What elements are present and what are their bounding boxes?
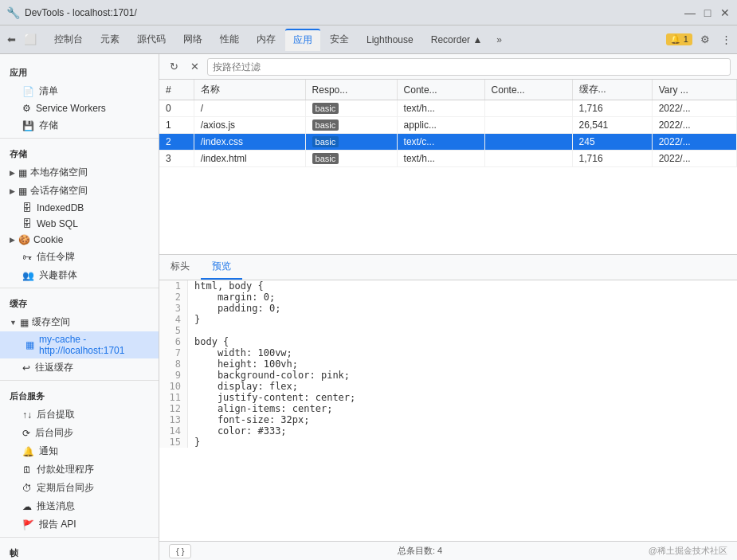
cookie-icon: 🍪	[18, 234, 30, 245]
arrow-icon: ▶	[10, 187, 15, 195]
settings-icon[interactable]: ⚙	[697, 32, 713, 48]
sidebar-group-local-storage[interactable]: ▶ ▦ 本地存储空间	[0, 163, 159, 182]
tab-memory[interactable]: 内存	[249, 29, 284, 51]
line-content: height: 100vh;	[188, 358, 304, 370]
notification-badge: 🔔 1	[666, 33, 692, 45]
back-icon[interactable]: ⬅	[3, 32, 19, 48]
table-row[interactable]: 3/index.htmlbasictext/h...1,7162022/...	[159, 151, 737, 167]
col-vary: Vary ...	[652, 80, 736, 100]
more-tabs-button[interactable]: »	[492, 31, 507, 49]
tab-headers[interactable]: 标头	[159, 255, 201, 280]
line-content: justify-content: center;	[188, 392, 362, 403]
table-row[interactable]: 1/axios.jsbasicapplic...26,5412022/...	[159, 117, 737, 134]
line-number: 8	[159, 358, 188, 370]
tab-performance[interactable]: 性能	[212, 29, 247, 51]
indexeddb-icon: 🗄	[22, 202, 32, 213]
sidebar-item-reporting-api[interactable]: 🚩 报告 API	[0, 515, 159, 534]
filter-input[interactable]	[207, 58, 731, 76]
back-forward-cache-icon: ↩	[22, 362, 30, 374]
line-number: 9	[159, 370, 188, 381]
maximize-button[interactable]: □	[702, 7, 713, 18]
sidebar-group-cache-storage[interactable]: ▼ ▦ 缓存空间	[0, 313, 159, 331]
sidebar-item-bg-sync[interactable]: ⟳ 后台同步	[0, 424, 159, 442]
interest-group-icon: 👥	[22, 270, 34, 281]
sidebar-item-trust-token[interactable]: 🗝 信任令牌	[0, 248, 159, 266]
code-line: 12 align-items: center;	[159, 403, 737, 414]
sidebar-item-websql[interactable]: 🗄 Web SQL	[0, 216, 159, 232]
sidebar-item-my-cache[interactable]: ▦ my-cache - http://localhost:1701	[0, 331, 159, 358]
service-workers-icon: ⚙	[22, 103, 31, 114]
tab-console[interactable]: 控制台	[46, 29, 91, 51]
sidebar-item-interest-group[interactable]: 👥 兴趣群体	[0, 266, 159, 284]
sidebar-item-back-forward-cache[interactable]: ↩ 往返缓存	[0, 358, 159, 377]
sidebar-group-cookie[interactable]: ▶ 🍪 Cookie	[0, 232, 159, 248]
sidebar-item-bg-fetch[interactable]: ↑↓ 后台提取	[0, 405, 159, 424]
reload-button[interactable]: ↻	[166, 59, 182, 75]
tab-recorder[interactable]: Recorder ▲	[423, 29, 491, 51]
code-line: 6body {	[159, 336, 737, 347]
line-number: 11	[159, 392, 188, 403]
tab-elements[interactable]: 元素	[92, 29, 127, 51]
sidebar-group-session-storage[interactable]: ▶ ▦ 会话存储空间	[0, 182, 159, 200]
new-tab-icon[interactable]: ⬜	[22, 32, 38, 48]
content-toolbar: ↻ ✕	[159, 54, 737, 80]
manifest-icon: 📄	[22, 86, 34, 97]
tab-preview[interactable]: 预览	[201, 255, 242, 280]
line-content	[188, 325, 201, 336]
code-line: 10 display: flex;	[159, 381, 737, 392]
code-line: 15}	[159, 437, 737, 448]
push-icon: ☁	[22, 501, 32, 512]
tab-security[interactable]: 安全	[322, 29, 357, 51]
sidebar-item-notifications[interactable]: 🔔 通知	[0, 442, 159, 460]
format-button[interactable]: { }	[169, 544, 191, 558]
cache-table: # 名称 Respo... Conte... Conte... 缓存... Va…	[159, 80, 737, 167]
sidebar-item-manifest[interactable]: 📄 清单	[0, 82, 159, 100]
tab-network[interactable]: 网络	[175, 29, 210, 51]
sidebar-item-service-workers[interactable]: ⚙ Service Workers	[0, 100, 159, 116]
minimize-button[interactable]: —	[684, 7, 696, 18]
tab-bar: ⬅ ⬜ 控制台 元素 源代码 网络 性能 内存 应用 安全 Lighthouse…	[0, 25, 737, 54]
code-line: 4}	[159, 314, 737, 325]
tab-application[interactable]: 应用	[285, 29, 320, 51]
arrow-icon: ▶	[10, 236, 15, 244]
local-storage-icon: ▦	[18, 167, 27, 178]
cache-icon: ▦	[20, 317, 29, 328]
line-number: 14	[159, 425, 188, 437]
tab-lighthouse[interactable]: Lighthouse	[359, 29, 421, 51]
table-row[interactable]: 0/basictext/h...1,7162022/...	[159, 100, 737, 117]
main-layout: 应用 📄 清单 ⚙ Service Workers 💾 存储 存储 ▶ ▦ 本地…	[0, 54, 737, 560]
storage-icon: 💾	[22, 120, 34, 131]
arrow-expanded-icon: ▼	[10, 319, 17, 327]
more-options-icon[interactable]: ⋮	[718, 32, 734, 48]
line-number: 4	[159, 314, 188, 325]
line-content: padding: 0;	[188, 303, 287, 314]
code-line: 13 font-size: 32px;	[159, 414, 737, 425]
table-row[interactable]: 2/index.cssbasictext/c...2452022/...	[159, 134, 737, 151]
watermark: @稀土掘金技术社区	[649, 545, 727, 557]
line-content: }	[188, 314, 206, 325]
code-line: 9 background-color: pink;	[159, 370, 737, 381]
code-preview: 1html, body {2 margin: 0;3 padding: 0;4}…	[159, 280, 737, 541]
code-line: 1html, body {	[159, 280, 737, 292]
col-num: #	[159, 80, 194, 100]
sidebar-item-payment-handler[interactable]: 🗓 付款处理程序	[0, 460, 159, 479]
sidebar-item-storage[interactable]: 💾 存储	[0, 116, 159, 135]
col-content-type: Conte...	[397, 80, 484, 100]
close-button[interactable]: ✕	[719, 7, 731, 18]
clear-button[interactable]: ✕	[186, 59, 202, 75]
line-content: html, body {	[188, 280, 270, 292]
code-line: 11 justify-content: center;	[159, 392, 737, 403]
code-line: 2 margin: 0;	[159, 292, 737, 303]
payment-icon: 🗓	[22, 464, 32, 476]
line-number: 13	[159, 414, 188, 425]
line-content: }	[188, 437, 206, 448]
sidebar-item-push-messages[interactable]: ☁ 推送消息	[0, 497, 159, 515]
tab-sources[interactable]: 源代码	[129, 29, 174, 51]
line-number: 3	[159, 303, 188, 314]
window-title: DevTools - localhost:1701/	[25, 7, 680, 18]
sidebar-item-indexeddb[interactable]: 🗄 IndexedDB	[0, 200, 159, 216]
bg-fetch-icon: ↑↓	[22, 409, 32, 421]
line-number: 1	[159, 280, 188, 292]
line-number: 6	[159, 336, 188, 347]
sidebar-item-periodic-sync[interactable]: ⏱ 定期后台同步	[0, 479, 159, 497]
